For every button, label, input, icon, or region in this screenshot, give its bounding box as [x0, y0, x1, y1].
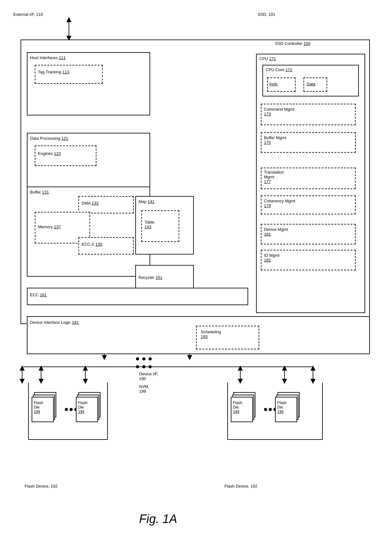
recycler-label: Recycler 151 [138, 275, 162, 280]
instr-label: Instr. [269, 82, 278, 86]
buffer-label: Buffer 131 [30, 190, 49, 194]
svg-point-27 [142, 365, 145, 368]
device-if-label: Device I/F,190 [139, 372, 158, 381]
flash-die-right1-front: FlashDie194 [231, 397, 253, 422]
ecc-x-label: ECC-X 135 [82, 242, 102, 247]
engines-label: Engines 123 [38, 151, 61, 156]
svg-point-42 [269, 408, 272, 411]
nvm-label: NVM,199 [139, 384, 150, 394]
flash-device-left-label: Flash Device, 192 [25, 484, 58, 489]
tag-tracking-label: Tag Tracking 113 [38, 70, 69, 74]
coherency-mgmt-label: Coherency Mgmt179 [264, 199, 295, 208]
ssd-label: SSD, 101 [258, 12, 275, 17]
dma-label: DMA 133 [82, 201, 99, 206]
cpu-core-label: CPU Core 172 [266, 67, 292, 72]
cpu-label: CPU 171 [259, 56, 276, 61]
scheduling-label: Scheduling193 [201, 329, 221, 339]
id-mgmt-label: ID Mgmt182 [264, 253, 279, 262]
svg-point-31 [149, 357, 152, 360]
device-mgmt-label: Device Mgmt181 [264, 227, 288, 237]
flash-die-right2-front: FlashDie194 [275, 397, 297, 422]
ecc-label: ECC 161 [30, 292, 47, 297]
device-interface-logic-label: Device Interface Logic 191 [30, 320, 79, 325]
diagram: External I/F, 110 SSD, 101 SSD Controlle… [0, 0, 392, 560]
svg-point-38 [65, 408, 68, 411]
memory-label: Memory 137 [38, 225, 61, 229]
flash-device-right-label: Flash Device, 192 [224, 484, 257, 489]
table-label: Table143 [144, 220, 154, 229]
data-label: Data [307, 82, 315, 86]
tag-tracking-box [35, 65, 103, 84]
flash-die-left2-front: FlashDie194 [76, 397, 98, 422]
map-label: Map 141 [138, 199, 155, 204]
host-interfaces-box [27, 52, 150, 115]
svg-point-41 [264, 408, 267, 411]
command-mgmt-label: Command Mgmt173 [264, 107, 294, 116]
svg-point-26 [136, 365, 139, 368]
host-interfaces-label: Host Interfaces 111 [30, 55, 66, 60]
fig-label: Fig. 1A [139, 512, 177, 526]
external-if-label: External I/F, 110 [13, 12, 43, 17]
buffer-mgmt-label: Buffer Mgmt175 [264, 135, 286, 145]
svg-point-29 [136, 357, 139, 360]
svg-point-30 [142, 357, 145, 360]
data-processing-label: Data Processing 121 [30, 136, 68, 141]
svg-point-39 [70, 408, 73, 411]
svg-point-28 [149, 365, 152, 368]
translation-mgmt-label: TranslationMgmt177 [264, 170, 284, 184]
ecc-box [27, 288, 248, 305]
ssd-controller-label: SSD Controller 100 [275, 41, 310, 46]
flash-die-left1-front: FlashDie194 [32, 397, 54, 422]
